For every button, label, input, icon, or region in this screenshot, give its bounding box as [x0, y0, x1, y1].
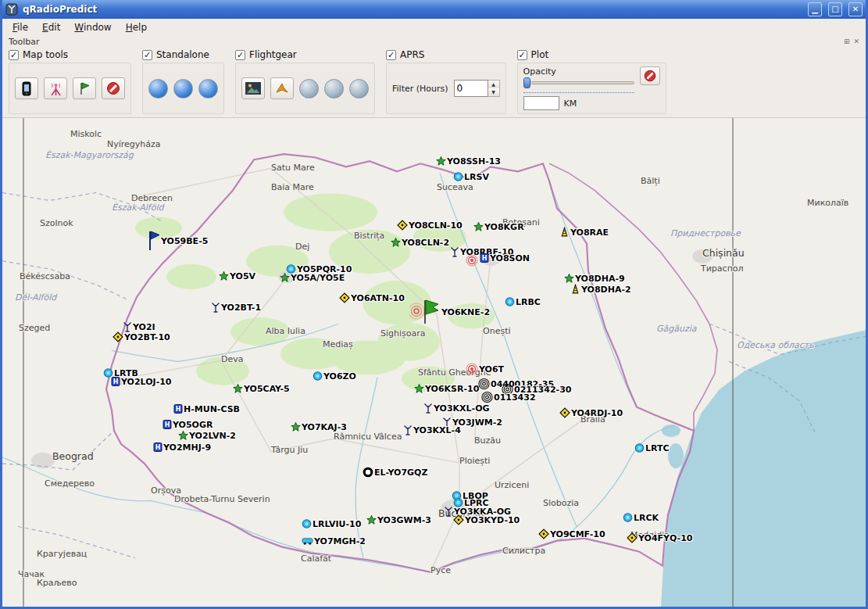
aprs-station-yo7kaj-3[interactable]: YO7KAJ-3 — [291, 422, 347, 432]
aprs-station-yo6atn-10[interactable]: YO6ATN-10 — [339, 292, 405, 303]
car-icon — [302, 537, 313, 545]
aprs-station-yo8cln-2[interactable]: YO8CLN-2 — [391, 238, 449, 248]
flightgear-image-button[interactable] — [241, 77, 265, 99]
aprs-station-yo8kgr[interactable]: YO8KGR — [473, 222, 524, 232]
aprs-station-yo6t[interactable]: YO6T — [466, 363, 504, 375]
spin-up-icon[interactable]: ▲ — [488, 81, 499, 88]
city-label: Dél-Alföld — [15, 292, 56, 303]
ground-station-button[interactable] — [44, 77, 67, 99]
city-label: Alba Iulia — [266, 326, 305, 336]
map-canvas[interactable]: MiskolcNyíregyházaÉszak-MagyarországSatu… — [2, 118, 866, 607]
aprs-station-yo3kxl-4[interactable]: YO3KXL-4 — [403, 425, 461, 435]
city-label: Силистра — [502, 546, 545, 556]
aprs-station-yo8ssh-13[interactable]: YO8SSH-13 — [436, 156, 501, 167]
flightgear-round-button-3[interactable] — [349, 79, 369, 99]
aprs-station-h-mun-csb[interactable]: HH-MUN-CSB — [173, 404, 240, 414]
flightgear-checkbox[interactable]: ✓ Flightgear — [235, 49, 375, 60]
aprs-station-yo5cay-5[interactable]: YO5CAY-5 — [233, 384, 290, 394]
aprs-station-yo8son[interactable]: HYO8SON — [480, 253, 530, 263]
aprs-station-lrtc[interactable]: LRTC — [634, 443, 670, 453]
filter-hours-input[interactable] — [454, 80, 488, 97]
aprs-station-yo2bt-1[interactable]: YO2BT-1 — [211, 302, 261, 313]
filter-hours-label: Filter (Hours) — [392, 84, 448, 94]
aprs-station-yo5a-yo5e[interactable]: YO5A/YO5E — [280, 273, 345, 283]
aprs-station-yo6zo[interactable]: YO6ZO — [313, 371, 356, 382]
aprs-station-lrbc[interactable]: LRBC — [505, 297, 541, 307]
aprs-station-yo5ogr[interactable]: HYO5OGR — [163, 420, 213, 430]
checkbox-check-icon[interactable]: ✓ — [517, 50, 527, 60]
aprs-station-yo2i[interactable]: YO2I — [123, 321, 155, 332]
aprs-station-yo2lvn-2[interactable]: YO2LVN-2 — [178, 431, 236, 441]
toolbar-float-icon[interactable]: ⊞ — [844, 38, 850, 45]
digi-icon — [453, 514, 464, 525]
aprs-station-yo8rae[interactable]: YO8RAE — [559, 227, 609, 238]
aprs-label: APRS — [400, 49, 424, 60]
aprs-station-yo5v[interactable]: YO5V — [219, 271, 255, 281]
flag-button[interactable] — [73, 77, 96, 99]
mobile-station-button[interactable] — [15, 77, 38, 99]
aprs-station-yo3gwm-3[interactable]: YO3GWM-3 — [366, 515, 431, 525]
aprs-station-el-yo7gqz[interactable]: EL-YO7GQZ — [363, 467, 427, 478]
checkbox-check-icon[interactable]: ✓ — [235, 50, 245, 60]
aprs-station-yo6kne-2[interactable]: YO6KNE-2 — [409, 299, 490, 325]
aprs-station-yo8dha-2[interactable]: YO8DHA-2 — [570, 284, 631, 295]
flightgear-aircraft-button[interactable] — [270, 77, 294, 99]
aprs-station-yo3kxl-og[interactable]: YO3KXL-OG — [423, 403, 490, 414]
aprs-station-yo59be-5[interactable]: YO59BE-5 — [148, 231, 208, 251]
aprs-station-yo2loj-10[interactable]: HYO2LOJ-10 — [111, 377, 172, 387]
star-icon — [391, 238, 401, 248]
menu-help[interactable]: Help — [119, 20, 154, 34]
opacity-slider-handle[interactable] — [523, 77, 530, 88]
aprs-station-yo7mgh-2[interactable]: YO7MGH-2 — [302, 536, 366, 546]
aprs-station-lrck[interactable]: LRCK — [623, 513, 659, 523]
group-standalone: ✓ Standalone — [142, 49, 224, 114]
standalone-checkbox[interactable]: ✓ Standalone — [142, 49, 224, 60]
maximize-button[interactable]: □ — [828, 2, 842, 16]
aprs-station-unnamed[interactable] — [466, 254, 478, 267]
city-label: Dej — [295, 242, 309, 252]
aprs-station-0113432[interactable]: 0113432 — [481, 392, 536, 403]
mobile-phone-icon — [21, 81, 32, 96]
flightgear-round-button-2[interactable] — [324, 79, 344, 99]
aprs-station-lrsv[interactable]: LRSV — [453, 172, 489, 182]
aprs-station-yo8dha-9[interactable]: YO8DHA-9 — [564, 274, 625, 284]
toolbar-close-icon[interactable]: ✕ — [853, 38, 859, 45]
station-callsign-label: YO8SON — [490, 253, 530, 263]
checkbox-check-icon[interactable]: ✓ — [386, 50, 396, 60]
standalone-button-3[interactable] — [198, 79, 218, 99]
menu-file[interactable]: File — [5, 20, 35, 34]
aprs-station-yo9cmf-10[interactable]: YO9CMF-10 — [538, 528, 605, 539]
standalone-button-1[interactable] — [148, 79, 168, 99]
menu-edit[interactable]: Edit — [35, 20, 67, 34]
green-flag-icon — [78, 81, 91, 95]
standalone-button-2[interactable] — [173, 79, 193, 99]
flightgear-round-button-1[interactable] — [299, 79, 319, 99]
distance-km-input[interactable] — [523, 96, 559, 110]
opacity-slider[interactable] — [523, 77, 634, 89]
checkbox-check-icon[interactable]: ✓ — [9, 50, 19, 60]
aprs-station-yo6ksr-10[interactable]: YO6KSR-10 — [414, 384, 479, 394]
titlebar[interactable]: qRadioPredict ▁ □ ✕ — [2, 0, 866, 19]
aprs-station-yo4fyq-10[interactable]: YO4FYQ-10 — [627, 532, 693, 543]
aprs-station-yo8cln-10[interactable]: YO8CLN-10 — [397, 220, 463, 231]
digi2-icon — [570, 284, 580, 295]
star-icon — [280, 273, 290, 283]
menu-window[interactable]: Window — [67, 20, 118, 34]
toolbar-header: Toolbar ⊞ ✕ — [2, 35, 866, 48]
aprs-station-yo3kyd-10[interactable]: YO3KYD-10 — [453, 514, 520, 525]
spin-down-icon[interactable]: ▼ — [488, 88, 499, 96]
minimize-button[interactable]: ▁ — [808, 2, 822, 16]
plot-checkbox[interactable]: ✓ Plot — [517, 49, 666, 60]
aprs-checkbox[interactable]: ✓ APRS — [386, 49, 506, 60]
aprs-station-lrlviu-10[interactable]: LRLVIU-10 — [302, 519, 361, 529]
building-icon: H — [173, 404, 183, 414]
plot-clear-button[interactable] — [640, 66, 660, 85]
aprs-station-yo2bt-10[interactable]: YO2BT-10 — [113, 331, 170, 342]
aprs-station-yo4rdj-10[interactable]: YO4RDJ-10 — [559, 407, 623, 418]
aprs-station-yo2mhj-9[interactable]: HYO2MHJ-9 — [153, 442, 211, 453]
clear-button[interactable] — [102, 77, 125, 99]
checkbox-check-icon[interactable]: ✓ — [142, 50, 152, 60]
close-button[interactable]: ✕ — [848, 2, 863, 16]
map-tools-checkbox[interactable]: ✓ Map tools — [9, 49, 131, 60]
station-callsign-label: YO8DHA-9 — [575, 274, 625, 284]
